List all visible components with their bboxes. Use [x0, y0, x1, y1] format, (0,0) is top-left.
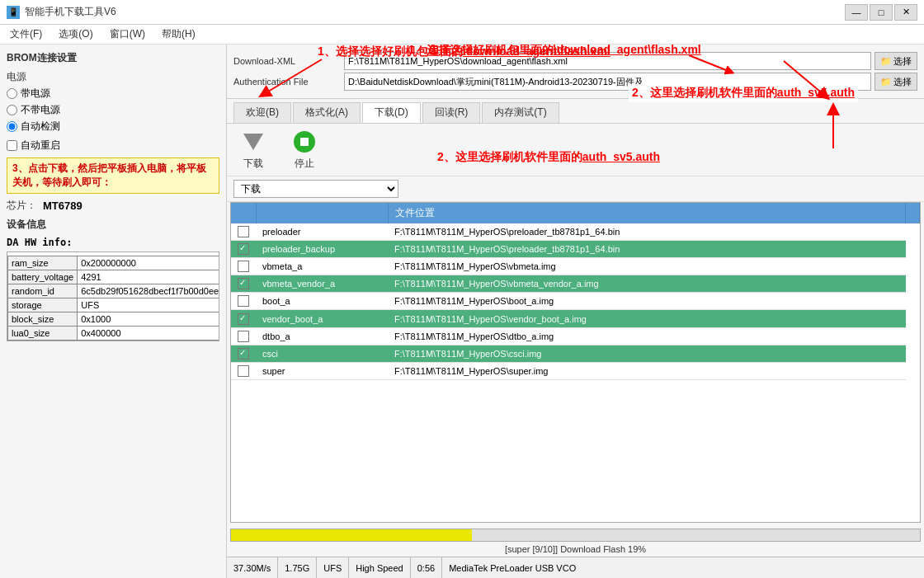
da-key: block_size — [8, 312, 78, 326]
radio-auto-detect-label: 自动检测 — [21, 120, 60, 134]
tab-readback[interactable]: 回读(R) — [422, 102, 481, 123]
cell-check[interactable] — [231, 293, 256, 310]
da-value: 0x400000 — [78, 326, 219, 340]
cell-path: F:\T811M\T811M_HyperOS\preloader_tb8781p… — [388, 223, 906, 241]
cell-path: F:\T811M\T811M_HyperOS\super.img — [388, 362, 906, 379]
auth-file-select-btn[interactable]: 📁 选择 — [874, 73, 917, 91]
status-time: 0:56 — [411, 557, 442, 578]
cell-name: vbmeta_a — [256, 258, 388, 275]
select-icon-2: 📁 — [880, 77, 892, 87]
maximize-button[interactable]: □ — [870, 4, 893, 21]
chip-label: 芯片： — [7, 199, 36, 213]
device-info-scroll[interactable]: ram_size0x200000000battery_voltage4291ra… — [7, 251, 219, 341]
tab-memory-test[interactable]: 内存测试(T) — [482, 102, 559, 123]
cell-check[interactable] — [231, 223, 256, 241]
chip-row: 芯片： MT6789 — [7, 199, 219, 213]
radio-with-power-label: 带电源 — [21, 87, 50, 101]
menu-help[interactable]: 帮助(H) — [155, 26, 202, 43]
stop-label: 停止 — [295, 157, 314, 171]
progress-label: [super [9/10]] Download Flash 19% — [230, 544, 921, 554]
cell-check[interactable] — [231, 241, 256, 258]
table-row: super F:\T811M\T811M_HyperOS\super.img — [231, 362, 920, 379]
auto-restart-checkbox[interactable] — [7, 140, 17, 151]
app-title: 智能手机下载工具V6 — [25, 5, 116, 19]
main-content: BROM连接设置 电源 带电源 不带电源 自动检测 自动重启 3、点击下载，然后… — [0, 45, 924, 578]
da-value: 0x1000 — [78, 312, 219, 326]
table-row: vendor_boot_a F:\T811M\T811M_HyperOS\ven… — [231, 310, 920, 327]
download-button[interactable]: 下载 — [240, 129, 266, 171]
cell-check[interactable] — [231, 345, 256, 362]
da-key: battery_voltage — [8, 270, 78, 284]
download-xml-select-btn[interactable]: 📁 选择 — [874, 52, 917, 70]
cell-check[interactable] — [231, 258, 256, 275]
file-table-container[interactable]: 文件位置 preloader F:\T811M\T811M_HyperOS\pr… — [230, 202, 921, 523]
menu-file[interactable]: 文件(F) — [3, 26, 49, 43]
auto-restart-row[interactable]: 自动重启 — [7, 139, 219, 153]
minimize-button[interactable]: — — [845, 4, 868, 21]
da-key: lua0_size — [8, 326, 78, 340]
toolbar: 下载 停止 — [227, 124, 924, 176]
table-row: csci F:\T811M\T811M_HyperOS\csci.img — [231, 345, 920, 362]
row-checkbox[interactable] — [238, 313, 249, 325]
download-mode-select[interactable]: 下载 — [233, 180, 398, 198]
table-row: preloader F:\T811M\T811M_HyperOS\preload… — [231, 223, 920, 241]
radio-with-power[interactable]: 带电源 — [7, 87, 219, 101]
row-checkbox[interactable] — [238, 226, 249, 237]
tab-download[interactable]: 下载(D) — [362, 102, 421, 123]
col-header-path: 文件位置 — [388, 203, 906, 223]
da-table-row: battery_voltage4291 — [8, 270, 220, 284]
row-checkbox[interactable] — [238, 261, 249, 272]
cell-check[interactable] — [231, 362, 256, 379]
stop-button[interactable]: 停止 — [291, 129, 318, 171]
menu-window[interactable]: 窗口(W) — [103, 26, 152, 43]
close-button[interactable]: ✕ — [894, 4, 917, 21]
stop-icon — [291, 129, 318, 155]
file-table: 文件位置 preloader F:\T811M\T811M_HyperOS\pr… — [231, 203, 920, 380]
menu-options[interactable]: 选项(O) — [52, 26, 99, 43]
table-row: vbmeta_vendor_a F:\T811M\T811M_HyperOS\v… — [231, 275, 920, 293]
table-row: boot_a F:\T811M\T811M_HyperOS\boot_a.img — [231, 293, 920, 310]
cell-path: F:\T811M\T811M_HyperOS\preloader_tb8781p… — [388, 241, 906, 258]
da-table-row: block_size0x1000 — [8, 312, 220, 326]
cell-name: vbmeta_vendor_a — [256, 275, 388, 293]
da-header: DA HW info: — [7, 237, 219, 248]
row-checkbox[interactable] — [238, 331, 249, 342]
progress-area: [super [9/10]] Download Flash 19% — [227, 526, 924, 557]
radio-without-power-label: 不带电源 — [21, 103, 60, 117]
cell-name: preloader_backup — [256, 241, 388, 258]
device-info-section: 设备信息 DA HW info: ram_size0x200000000batt… — [7, 218, 219, 341]
auth-file-input[interactable] — [344, 73, 871, 91]
auth-file-row: Authentication File 📁 选择 — [233, 73, 917, 91]
app-icon: 📱 — [7, 6, 20, 19]
row-checkbox[interactable] — [238, 295, 249, 307]
tab-welcome[interactable]: 欢迎(B) — [233, 102, 291, 123]
radio-without-power[interactable]: 不带电源 — [7, 103, 219, 117]
radio-auto-detect[interactable]: 自动检测 — [7, 120, 219, 134]
menu-bar: 文件(F) 选项(O) 窗口(W) 帮助(H) — [0, 25, 924, 45]
cell-name: boot_a — [256, 293, 388, 310]
da-table: ram_size0x200000000battery_voltage4291ra… — [7, 256, 219, 341]
form-area: Download-XML 📁 选择 Authentication File 📁 … — [227, 45, 924, 99]
da-table-row: storageUFS — [8, 298, 220, 312]
cell-name: dtbo_a — [256, 327, 388, 345]
row-checkbox[interactable] — [238, 278, 249, 289]
download-label: 下载 — [243, 157, 263, 171]
cell-check[interactable] — [231, 275, 256, 293]
table-row: preloader_backup F:\T811M\T811M_HyperOS\… — [231, 241, 920, 258]
row-checkbox[interactable] — [238, 348, 249, 359]
tab-format[interactable]: 格式化(A) — [293, 102, 361, 123]
brom-section-title: BROM连接设置 — [7, 51, 219, 65]
power-group: 电源 带电源 不带电源 自动检测 — [7, 70, 219, 134]
cell-check[interactable] — [231, 327, 256, 345]
row-checkbox[interactable] — [238, 365, 249, 377]
cell-check[interactable] — [231, 310, 256, 327]
status-mode: High Speed — [349, 557, 411, 578]
device-info-title: 设备信息 — [7, 218, 219, 232]
cell-path: F:\T811M\T811M_HyperOS\dtbo_a.img — [388, 327, 906, 345]
row-checkbox[interactable] — [238, 243, 249, 255]
right-panel: 1、选择选择好刷机包里面的\download_agent\flash.xml D… — [227, 45, 924, 578]
status-storage: UFS — [317, 557, 349, 578]
cell-path: F:\T811M\T811M_HyperOS\boot_a.img — [388, 293, 906, 310]
status-device: MediaTek PreLoader USB VCO — [442, 557, 924, 578]
download-xml-input[interactable] — [344, 52, 871, 70]
